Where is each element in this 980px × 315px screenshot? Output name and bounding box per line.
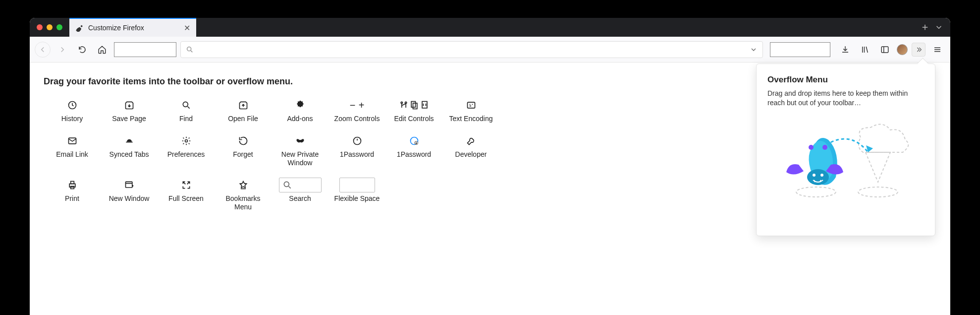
tab-title: Customize Firefox	[88, 24, 144, 32]
palette-item-search[interactable]: Search	[272, 178, 328, 214]
svg-point-0	[187, 47, 191, 51]
svg-point-25	[822, 145, 827, 150]
palette-item-label: Save Page	[112, 115, 146, 124]
svg-rect-9	[467, 102, 475, 108]
close-window-button[interactable]	[37, 24, 43, 30]
palette-item-label: Full Screen	[168, 194, 204, 203]
overflow-title: Overflow Menu	[767, 75, 924, 85]
palette-item-label: Preferences	[167, 150, 205, 159]
palette-item-preferences[interactable]: Preferences	[158, 133, 215, 170]
bookmark-star-icon	[238, 180, 248, 190]
history-icon	[67, 100, 77, 111]
downloads-button[interactable]	[837, 42, 853, 58]
palette-item-edit[interactable]: Edit Controls	[385, 98, 442, 126]
overflow-illustration	[767, 118, 924, 207]
palette-item-label: 1Password	[340, 150, 374, 159]
svg-point-21	[284, 182, 289, 187]
wrench-icon	[466, 135, 476, 146]
all-tabs-icon[interactable]	[934, 23, 943, 32]
svg-rect-20	[125, 182, 132, 188]
mail-icon	[67, 135, 77, 146]
palette-item-bookmarks-menu[interactable]: Bookmarks Menu	[215, 178, 272, 214]
minimize-window-button[interactable]	[47, 24, 53, 30]
mask-icon	[295, 135, 305, 146]
forget-icon	[238, 135, 248, 146]
palette-item-label: Bookmarks Menu	[217, 194, 270, 212]
new-tab-icon[interactable]	[921, 23, 929, 32]
sidebar-button[interactable]	[877, 42, 893, 58]
back-button[interactable]	[35, 42, 51, 58]
account-avatar[interactable]	[897, 44, 908, 55]
onepassword-color-icon	[409, 135, 419, 146]
palette-item-encoding[interactable]: Text Encoding	[442, 98, 499, 126]
firefox-window: Customize Firefox ✕ Drag your favorite i…	[30, 18, 950, 315]
palette-item-new-window[interactable]: New Window	[101, 178, 158, 214]
palette-item-label: Edit Controls	[394, 115, 434, 124]
palette-item-open-file[interactable]: Open File	[215, 98, 272, 126]
palette-item-print[interactable]: Print	[44, 178, 101, 214]
tab-close-icon[interactable]: ✕	[184, 23, 190, 33]
palette-item-email-link[interactable]: Email Link	[44, 133, 101, 170]
palette-item-fullscreen[interactable]: Full Screen	[158, 178, 215, 214]
save-icon	[124, 100, 134, 111]
svg-point-4	[401, 102, 402, 103]
forward-button[interactable]	[54, 42, 70, 58]
overflow-button[interactable]	[912, 43, 926, 57]
palette-item-flexible-space[interactable]: Flexible Space	[328, 178, 385, 214]
palette-item-synced-tabs[interactable]: Synced Tabs	[101, 133, 158, 170]
edit-controls-icon	[399, 100, 430, 111]
reload-button[interactable]	[74, 42, 90, 58]
svg-point-22	[858, 187, 898, 197]
nav-toolbar	[30, 37, 950, 63]
search-box-icon	[279, 180, 322, 190]
overflow-menu-panel[interactable]: Overflow Menu Drag and drop items here t…	[756, 63, 935, 236]
palette-item-private-window[interactable]: New Private Window	[272, 133, 328, 170]
svg-point-12	[185, 139, 187, 142]
palette-item-label: New Private Window	[273, 150, 327, 168]
palette-item-save-page[interactable]: Save Page	[101, 98, 158, 126]
palette-item-label: Open File	[228, 115, 258, 124]
fullscreen-icon	[181, 180, 191, 190]
palette-item-label: Add-ons	[287, 115, 313, 124]
overflow-description: Drag and drop items here to keep them wi…	[767, 89, 924, 108]
synced-tabs-icon	[124, 135, 134, 146]
svg-rect-6	[411, 102, 415, 108]
library-button[interactable]	[857, 42, 873, 58]
find-icon	[181, 100, 191, 111]
palette-item-label: Email Link	[56, 150, 88, 159]
maximize-window-button[interactable]	[56, 24, 62, 30]
flexible-space-icon	[339, 180, 375, 190]
onepassword-icon	[352, 135, 362, 146]
search-icon	[186, 46, 194, 54]
toolbar-placeholder-slot[interactable]	[114, 42, 176, 57]
svg-rect-11	[126, 141, 132, 142]
app-menu-button[interactable]	[929, 42, 945, 58]
browser-tab[interactable]: Customize Firefox ✕	[69, 18, 196, 37]
puzzle-icon	[295, 100, 305, 111]
palette-item-label: Print	[65, 194, 79, 203]
home-button[interactable]	[94, 42, 110, 58]
palette-item-developer[interactable]: Developer	[442, 133, 499, 170]
toolbar-placeholder-slot-2[interactable]	[770, 42, 830, 57]
svg-point-26	[807, 169, 829, 185]
svg-point-5	[405, 102, 406, 103]
palette-item-label: 1Password	[397, 150, 431, 159]
palette-item-history[interactable]: History	[44, 98, 101, 126]
gear-icon	[181, 135, 191, 146]
palette-item-forget[interactable]: Forget	[215, 133, 272, 170]
open-file-icon	[238, 100, 248, 111]
svg-rect-1	[881, 47, 888, 53]
palette-item-find[interactable]: Find	[158, 98, 215, 126]
svg-point-27	[813, 174, 816, 177]
urlbar-dropdown-icon[interactable]	[750, 46, 758, 54]
palette-item-zoom[interactable]: −+ Zoom Controls	[328, 98, 385, 126]
palette-item-label: Text Encoding	[449, 115, 493, 124]
palette-item-label: Forget	[233, 150, 253, 159]
palette-item-1password-b[interactable]: 1Password	[385, 133, 442, 170]
palette-item-addons[interactable]: Add-ons	[272, 98, 328, 126]
palette-item-label: Synced Tabs	[109, 150, 149, 159]
customize-panel: Drag your favorite items into the toolba…	[30, 63, 950, 315]
palette-item-1password-a[interactable]: 1Password	[328, 133, 385, 170]
address-bar[interactable]	[180, 41, 763, 58]
palette-item-label: Find	[179, 115, 193, 124]
